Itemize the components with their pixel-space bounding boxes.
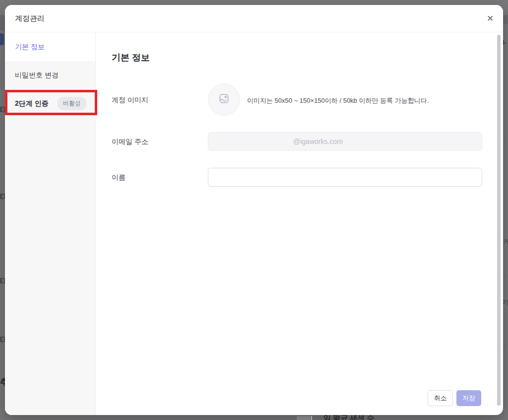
email-field[interactable] bbox=[208, 132, 482, 151]
cancel-button[interactable]: 취소 bbox=[428, 390, 453, 406]
sidebar-item-label: 2단계 인증 bbox=[15, 99, 49, 108]
save-button[interactable]: 저장 bbox=[456, 390, 481, 406]
status-badge-inactive: 비활성 bbox=[58, 97, 86, 110]
close-icon[interactable]: ✕ bbox=[484, 12, 496, 24]
modal-content: 기본 정보 계정 이미지 이미지는 50x50 ~ 150×150이하 / 50… bbox=[96, 33, 503, 415]
backdrop-fragment bbox=[0, 278, 5, 283]
page: { "colors": { "accent": "#6467e8", "save… bbox=[0, 0, 508, 420]
sidebar-item-label: 비밀번호 변경 bbox=[15, 71, 59, 80]
name-label: 이름 bbox=[112, 173, 126, 182]
image-icon bbox=[218, 93, 230, 106]
backdrop-fragment bbox=[0, 194, 5, 199]
modal-sidebar: 기본 정보 비밀번호 변경 2단계 인증 비활성 bbox=[5, 33, 96, 415]
image-requirements-text: 이미지는 50x50 ~ 150×150이하 / 50kb 이하만 등록 가능합… bbox=[247, 96, 429, 105]
backdrop-fragment bbox=[297, 416, 311, 420]
backdrop-fragment bbox=[311, 416, 312, 420]
sidebar-item-basic-info[interactable]: 기본 정보 bbox=[5, 33, 95, 61]
modal-scrollbar[interactable] bbox=[497, 35, 501, 406]
email-label: 이메일 주소 bbox=[112, 138, 148, 146]
sidebar-item-two-step-verification[interactable]: 2단계 인증 비활성 bbox=[5, 89, 95, 118]
account-image-upload[interactable] bbox=[208, 83, 240, 116]
modal-header: 계정관리 ✕ bbox=[5, 5, 503, 32]
backdrop-fragment bbox=[0, 15, 5, 31]
backdrop-fragment bbox=[0, 33, 4, 45]
sidebar-item-label: 기본 정보 bbox=[15, 43, 45, 52]
modal-title: 계정관리 bbox=[15, 14, 45, 23]
account-image-label: 계정 이미지 bbox=[112, 96, 148, 105]
backdrop-fragment bbox=[0, 107, 5, 112]
name-field[interactable] bbox=[208, 168, 482, 187]
backdrop-fragment bbox=[0, 337, 5, 342]
section-heading: 기본 정보 bbox=[112, 52, 150, 64]
sidebar-item-change-password[interactable]: 비밀번호 변경 bbox=[5, 61, 95, 89]
account-management-modal: 계정관리 ✕ 기본 정보 비밀번호 변경 2단계 인증 비활성 기본 정보 계정… bbox=[5, 5, 503, 415]
